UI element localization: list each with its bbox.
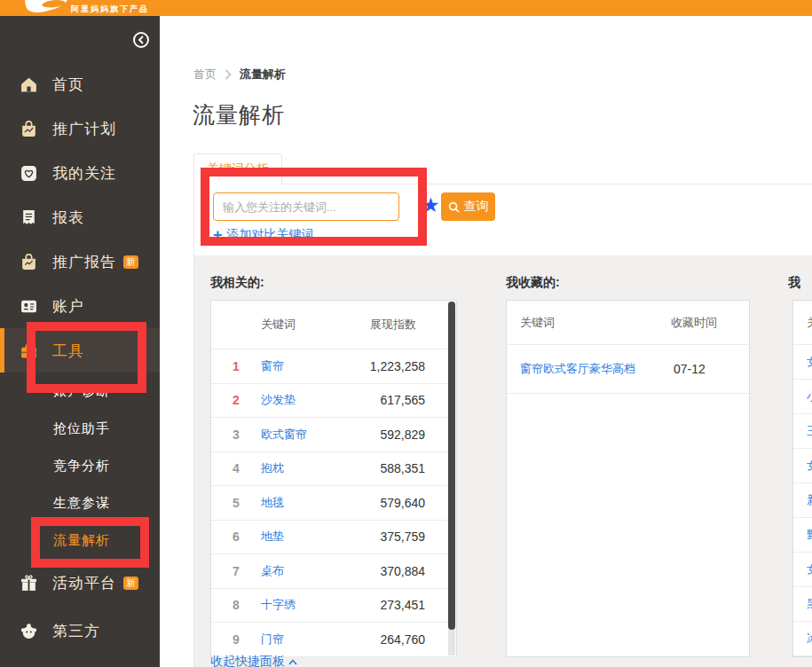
sidebar-item-my-focus[interactable]: 我的关注 [0,151,160,195]
table-row: 新 [793,483,812,518]
brand-tagline: 阿里妈妈旗下产品 [71,4,149,15]
gift-icon [20,574,38,592]
tab-keyword-analysis[interactable]: 关键词分析 [193,153,282,184]
sidebar-item-third-party[interactable]: 第三方 [0,607,160,655]
sidebar-item-reports[interactable]: 报表 [0,195,160,239]
keyword-link[interactable]: 地毯 [261,495,284,511]
sidebar: 首页 推广计划 我的关注 报表 推广报告 新 账户 [0,16,160,667]
keyword-search-input[interactable] [213,192,399,221]
table-scrollbar-thumb[interactable] [448,302,455,630]
submenu-item[interactable]: 生意参谋 [0,484,160,522]
heart-icon [20,164,38,183]
column-impression-index: 展现指数 [370,317,456,333]
favorites-panel-label: 我收藏的: [506,275,560,291]
sidebar-item-tools[interactable]: 工具 [0,328,160,373]
sidebar-item-account[interactable]: 账户 [0,284,160,328]
keyword-link[interactable]: 女 [807,354,812,370]
table-row: 女 [793,553,812,587]
sidebar-item-home[interactable]: 首页 [0,62,160,106]
keyword-link[interactable]: 冰 [807,631,812,647]
rank-cell: 2 [211,393,261,407]
keyword-link[interactable]: 桌布 [261,563,284,579]
favorite-star-icon[interactable]: ★ [422,192,440,218]
search-icon [448,201,460,213]
keyword-link[interactable]: 黑 [807,596,812,612]
home-icon [20,75,38,94]
submenu-item[interactable]: 流量解析 [0,522,160,559]
report-icon [20,208,38,227]
query-button[interactable]: 查询 [441,192,495,221]
keyword-link[interactable]: 野 [807,527,812,543]
sidebar-item-label: 账户 [52,296,84,317]
clipped-keywords-table: 关 女 小 三 [792,300,812,657]
keyword-link[interactable]: 小 [807,388,812,404]
sidebar-item-label: 第三方 [52,621,100,641]
impression-value: 273,451 [380,598,456,612]
keyword-link[interactable]: 沙发垫 [261,392,296,408]
collapse-quick-panel-link[interactable]: 收起快捷面板 [210,654,297,667]
breadcrumb: 首页 流量解析 [193,67,286,82]
table-row: 1 窗帘 1,223,258 [211,349,456,384]
keyword-link[interactable]: 窗帘欧式客厅豪华高档 [520,361,635,377]
add-compare-keyword-link[interactable]: + 添加对比关键词 [213,227,314,243]
keyword-link[interactable]: 女 [807,458,812,474]
add-compare-label: 添加对比关键词 [227,227,314,243]
rank-cell: 5 [211,496,261,510]
table-row: 9 门帘 264,760 [211,623,456,657]
submenu-item-label: 账户诊断 [53,383,110,400]
main-content: 首页 流量解析 流量解析 关键词分析 ★ 查询 + 添加对比关键词 我相关的: … [160,16,812,667]
keyword-link[interactable]: 窗帘 [261,358,284,374]
chevron-up-icon [288,659,297,665]
sidebar-item-label: 首页 [52,75,84,95]
sidebar-item-label: 报表 [52,208,84,228]
sidebar-item-activity-platform[interactable]: 活动平台 新 [0,559,160,607]
impression-value: 579,640 [380,496,456,510]
sidebar-item-promo-plan[interactable]: 推广计划 [0,106,160,151]
keyword-link[interactable]: 门帘 [261,632,284,647]
submenu-item[interactable]: 抢位助手 [0,410,160,447]
impression-value: 370,884 [380,564,456,578]
page-title: 流量解析 [193,100,285,129]
submenu-item[interactable]: 竞争分析 [0,447,160,484]
keyword-link[interactable]: 十字绣 [261,597,296,613]
sidebar-collapse-button[interactable] [128,27,154,53]
submenu-item-label: 流量解析 [53,532,110,549]
impression-value: 375,759 [380,530,456,544]
table-header: 关键词 收藏时间 [507,301,749,345]
related-panel-label: 我相关的: [210,275,264,291]
table-row: 三 [793,414,812,449]
breadcrumb-current: 流量解析 [240,67,286,82]
rank-cell: 3 [211,428,261,442]
table-row: 女 [793,345,812,380]
keyword-link[interactable]: 女 [807,561,812,577]
keyword-link[interactable]: 抱枕 [261,460,284,476]
keyword-link[interactable]: 新 [807,492,812,508]
table-row: 6 地垫 375,759 [211,521,456,555]
submenu-item[interactable]: 账户诊断 [0,373,160,410]
submenu-item-label: 竞争分析 [53,458,110,475]
keyword-link[interactable]: 三 [807,423,812,439]
toolbox-icon [20,341,38,360]
sidebar-menu: 首页 推广计划 我的关注 报表 推广报告 新 账户 [0,62,160,655]
plus-icon: + [213,229,223,241]
keyword-link[interactable]: 欧式窗帘 [261,427,307,443]
sidebar-item-label: 我的关注 [52,163,116,184]
column-favorite-time: 收藏时间 [671,315,717,331]
impression-value: 1,223,258 [370,359,456,373]
robot-icon [20,622,38,640]
keyword-link[interactable]: 地垫 [261,529,284,545]
rank-cell: 9 [211,632,261,647]
favorite-time: 07-12 [674,362,706,376]
column-keyword: 关键词 [261,317,296,333]
brand-logo [23,0,72,16]
table-header: 关键词 展现指数 [211,301,456,349]
table-row: 窗帘欧式客厅豪华高档 07-12 [507,345,749,394]
table-row: 5 地毯 579,640 [211,486,456,521]
sidebar-item-promo-report[interactable]: 推广报告 新 [0,239,160,284]
sidebar-item-label: 工具 [52,341,84,361]
rank-cell: 7 [211,564,261,578]
table-body: 1 窗帘 1,223,258 2 沙发垫 617,565 3 [211,349,456,657]
related-keywords-table: 关键词 展现指数 1 窗帘 1,223,258 2 沙发垫 [210,300,457,657]
breadcrumb-home[interactable]: 首页 [193,67,217,82]
table-row: 女 [793,449,812,483]
